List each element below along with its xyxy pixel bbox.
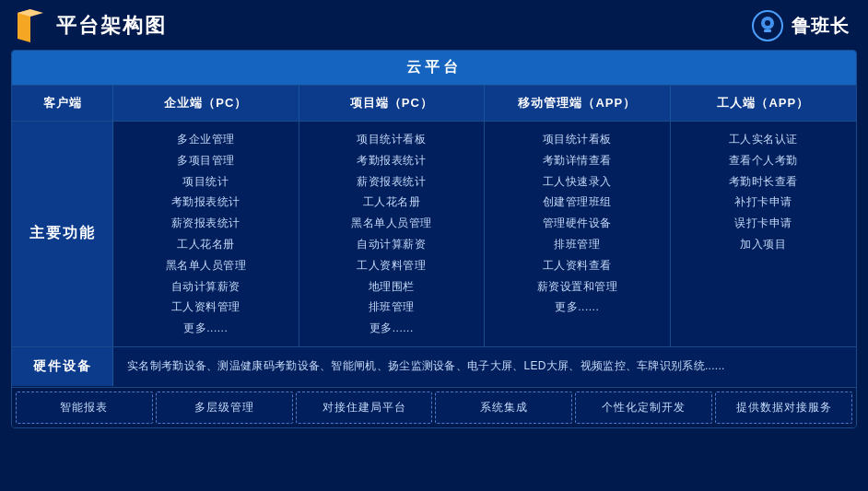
main-function-label: 主要功能 (12, 122, 113, 346)
worker-features: 工人实名认证 查看个人考勤 考勤时长查看 补打卡申请 误打卡申请 加入项目 (671, 122, 857, 346)
svg-rect-5 (764, 29, 771, 32)
project-feature-5: 自动计算薪资 (307, 234, 477, 255)
col-client: 客户端 (12, 86, 113, 121)
page-title: 平台架构图 (56, 12, 167, 40)
worker-feature-2: 考勤时长查看 (678, 171, 850, 193)
bottom-feature-3: 系统集成 (435, 392, 572, 424)
enterprise-feature-3: 考勤报表统计 (121, 192, 291, 213)
bottom-features: 智能报表 多层级管理 对接住建局平台 系统集成 个性化定制开发 提供数据对接服务 (12, 387, 856, 427)
enterprise-feature-1: 多项目管理 (121, 150, 291, 171)
bottom-feature-2: 对接住建局平台 (296, 392, 433, 424)
worker-feature-3: 补打卡申请 (678, 192, 850, 213)
enterprise-feature-2: 项目统计 (121, 171, 291, 193)
mobile-feature-0: 项目统计看板 (492, 129, 663, 150)
col-worker-app: 工人端（APP） (671, 86, 857, 121)
project-feature-3: 工人花名册 (307, 192, 477, 213)
project-feature-4: 黑名单人员管理 (307, 213, 477, 234)
project-feature-7: 地理围栏 (307, 276, 477, 298)
header: 平台架构图 鲁班长 (0, 0, 868, 50)
bottom-feature-1: 多层级管理 (156, 392, 293, 424)
project-feature-9: 更多...... (307, 318, 477, 339)
enterprise-feature-9: 更多...... (121, 318, 291, 339)
enterprise-features: 多企业管理 多项目管理 项目统计 考勤报表统计 薪资报表统计 工人花名册 黑名单… (113, 122, 299, 346)
enterprise-feature-7: 自动计算薪资 (121, 276, 291, 298)
worker-feature-0: 工人实名认证 (678, 129, 850, 150)
bottom-feature-4: 个性化定制开发 (575, 392, 712, 424)
mobile-feature-4: 管理硬件设备 (492, 213, 663, 234)
bottom-feature-0: 智能报表 (16, 392, 153, 424)
mobile-feature-7: 薪资设置和管理 (492, 276, 663, 298)
worker-feature-1: 查看个人考勤 (678, 150, 850, 171)
col-enterprise-pc: 企业端（PC） (113, 86, 299, 121)
mobile-features: 项目统计看板 考勤详情查看 工人快速录入 创建管理班组 管理硬件设备 排班管理 … (485, 122, 671, 346)
cloud-platform-label: 云平台 (406, 59, 462, 75)
mobile-feature-5: 排班管理 (492, 234, 663, 255)
bottom-feature-5: 提供数据对接服务 (715, 392, 852, 424)
brand-logo: 鲁班长 (751, 9, 850, 42)
brand-icon (751, 9, 784, 42)
brand-name: 鲁班长 (792, 14, 850, 39)
project-feature-6: 工人资料管理 (307, 255, 477, 276)
svg-point-4 (765, 20, 770, 26)
enterprise-feature-5: 工人花名册 (121, 234, 291, 255)
mobile-feature-1: 考勤详情查看 (492, 150, 663, 171)
mobile-feature-6: 工人资料查看 (492, 255, 663, 276)
project-feature-2: 薪资报表统计 (307, 171, 477, 193)
hardware-row: 硬件设备 实名制考勤设备、测温健康码考勤设备、智能闸机、扬尘监测设备、电子大屏、… (12, 346, 856, 386)
col-project-pc: 项目端（PC） (299, 86, 486, 121)
project-feature-0: 项目统计看板 (307, 129, 477, 150)
hardware-content: 实名制考勤设备、测温健康码考勤设备、智能闸机、扬尘监测设备、电子大屏、LED大屏… (113, 347, 856, 386)
worker-feature-4: 误打卡申请 (678, 213, 850, 234)
mobile-feature-8: 更多...... (492, 297, 663, 318)
main-container: 云平台 客户端 企业端（PC） 项目端（PC） 移动管理端（APP） 工人端（A… (11, 50, 857, 428)
main-content: 主要功能 多企业管理 多项目管理 项目统计 考勤报表统计 薪资报表统计 工人花名… (12, 121, 856, 346)
enterprise-feature-6: 黑名单人员管理 (121, 255, 291, 276)
enterprise-feature-4: 薪资报表统计 (121, 213, 291, 234)
header-left: 平台架构图 (14, 9, 167, 42)
project-feature-1: 考勤报表统计 (307, 150, 477, 171)
project-feature-8: 排班管理 (307, 297, 477, 318)
project-features: 项目统计看板 考勤报表统计 薪资报表统计 工人花名册 黑名单人员管理 自动计算薪… (299, 122, 486, 346)
logo-icon (14, 9, 47, 42)
col-mobile-app: 移动管理端（APP） (485, 86, 671, 121)
mobile-feature-2: 工人快速录入 (492, 171, 663, 193)
columns-header: 客户端 企业端（PC） 项目端（PC） 移动管理端（APP） 工人端（APP） (12, 85, 856, 121)
hardware-label: 硬件设备 (12, 347, 113, 386)
enterprise-feature-8: 工人资料管理 (121, 297, 291, 318)
cloud-platform-row: 云平台 (12, 51, 856, 85)
mobile-feature-3: 创建管理班组 (492, 192, 663, 213)
worker-feature-5: 加入项目 (678, 234, 850, 255)
enterprise-feature-0: 多企业管理 (121, 129, 291, 150)
